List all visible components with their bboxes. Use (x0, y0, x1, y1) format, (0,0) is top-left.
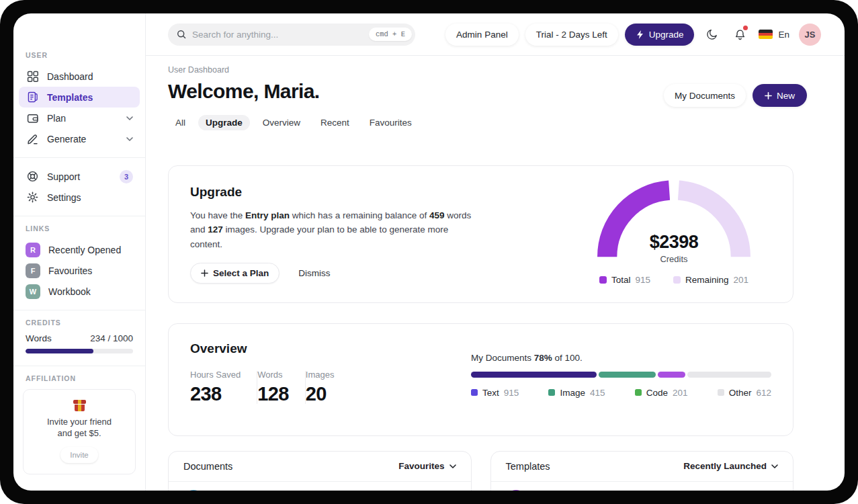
sidebar-link-recently-opened[interactable]: R Recently Opened (19, 239, 140, 260)
select-plan-button[interactable]: Select a Plan (190, 263, 280, 284)
legend-swatch (548, 389, 555, 396)
documents-filter-dropdown[interactable]: Favourites (398, 461, 456, 471)
sidebar-item-label: Templates (47, 92, 93, 103)
filter-tabs: All Upgrade Overview Recent Favourites (168, 115, 807, 130)
bar-segment-code (658, 372, 685, 378)
breadcrumb[interactable]: User Dashboard (168, 65, 807, 75)
tab-all[interactable]: All (168, 115, 193, 130)
chevron-down-icon (449, 464, 456, 468)
sidebar-item-label: Generate (47, 134, 86, 144)
dismiss-button[interactable]: Dismiss (298, 268, 330, 278)
sidebar-item-label: Support (47, 171, 80, 182)
upgrade-button[interactable]: Upgrade (625, 24, 695, 46)
language-selector[interactable]: En (759, 30, 789, 40)
documents-card: Documents Favourites Untitled Document i… (168, 451, 472, 491)
sidebar-link-workbook[interactable]: W Workbook (19, 281, 140, 302)
legend-item-total: Total 915 (599, 275, 650, 285)
sidebar-section-user: USER (26, 51, 145, 59)
main-content: User Dashboard Welcome, Maria. My Docume… (146, 56, 845, 491)
templates-card-title: Templates (506, 461, 550, 472)
template-list-item[interactable]: Blog Post Title in Workbook (491, 482, 793, 491)
template-avatar (506, 490, 526, 491)
chevron-down-icon (771, 464, 778, 468)
plus-icon (765, 92, 772, 99)
upgrade-card-body: You have the Entry plan which has a rema… (190, 208, 480, 251)
support-count-badge: 3 (120, 170, 133, 183)
sidebar-item-settings[interactable]: Settings (19, 187, 140, 208)
credits-words-value: 234 / 1000 (90, 333, 133, 343)
documents-card-title: Documents (183, 461, 232, 472)
overview-stats: Hours Saved 238 Words 128 Images 20 (190, 370, 440, 405)
document-icon (26, 91, 39, 104)
templates-filter-dropdown[interactable]: Recently Launched (683, 461, 778, 471)
legend-swatch (471, 389, 478, 396)
search-bar[interactable]: cmd + E (168, 24, 415, 46)
pencil-icon (26, 132, 39, 146)
legend-item-remaining: Remaining 201 (673, 275, 748, 285)
credits-progress-track (26, 349, 133, 353)
sidebar-item-dashboard[interactable]: Dashboard (19, 66, 140, 87)
sidebar-link-label: Recently Opened (48, 245, 121, 255)
lightning-bolt-icon (636, 30, 644, 40)
notification-dot (743, 26, 748, 30)
sidebar-item-label: Settings (47, 192, 81, 203)
stat-images: Images 20 (306, 370, 351, 405)
credits-words-label: Words (26, 333, 52, 343)
bar-segment-image (599, 372, 656, 378)
sidebar-link-label: Workbook (48, 286, 91, 297)
notifications-button[interactable] (729, 24, 750, 45)
credits-gauge: $2398 Credits Total 915 Remaining (597, 179, 751, 285)
legend-item-code: Code201 (635, 388, 688, 398)
overview-card-title: Overview (190, 341, 440, 356)
tab-recent[interactable]: Recent (313, 115, 357, 130)
favourites-initial-icon: F (26, 263, 40, 278)
tab-upgrade[interactable]: Upgrade (198, 115, 250, 130)
legend-swatch (673, 276, 681, 284)
search-input[interactable] (192, 30, 363, 40)
sidebar-divider (13, 310, 145, 310)
user-avatar[interactable]: JS (799, 24, 821, 46)
sidebar-link-favourites[interactable]: F Favourites (19, 260, 140, 281)
legend-item-text: Text915 (471, 388, 519, 398)
gauge-legend: Total 915 Remaining 201 (597, 275, 751, 285)
gear-icon (26, 191, 39, 204)
legend-swatch (718, 389, 724, 396)
documents-bar-legend: Text915 Image415 Code201 Other612 (471, 388, 771, 398)
tab-favourites[interactable]: Favourites (362, 115, 419, 130)
dark-mode-toggle[interactable] (701, 24, 722, 45)
sidebar-item-support[interactable]: Support 3 (19, 166, 140, 187)
search-icon (176, 29, 187, 40)
trial-status-button[interactable]: Trial - 2 Days Left (525, 24, 618, 46)
document-list-item[interactable]: Untitled Document in Workbook (169, 482, 471, 491)
invite-button[interactable]: Invite (60, 447, 98, 463)
legend-item-other: Other612 (718, 388, 771, 398)
sidebar-divider (13, 157, 145, 158)
tab-overview[interactable]: Overview (255, 115, 308, 130)
upgrade-card: Upgrade You have the Entry plan which ha… (168, 165, 793, 303)
stat-hours-saved: Hours Saved 238 (190, 370, 257, 405)
credits-progress-fill (26, 349, 93, 353)
affiliation-text-line2: and get $5. (29, 428, 130, 439)
sidebar-item-generate[interactable]: Generate (19, 128, 140, 149)
affiliation-text-line1: Invite your friend (29, 417, 130, 428)
sidebar-item-templates[interactable]: Templates (19, 87, 140, 108)
admin-panel-button[interactable]: Admin Panel (445, 24, 519, 46)
grid-icon (26, 70, 39, 83)
new-button[interactable]: New (753, 84, 807, 107)
overview-card: Overview Hours Saved 238 Words 128 (168, 323, 793, 436)
legend-swatch (599, 276, 607, 284)
recently-opened-initial-icon: R (26, 243, 40, 257)
search-shortcut-badge: cmd + E (369, 28, 412, 41)
chevron-down-icon (126, 116, 133, 120)
workbook-initial-icon: W (26, 284, 40, 299)
gauge-center-value: $2398 (597, 232, 751, 253)
lifebuoy-icon (26, 170, 39, 183)
my-documents-button[interactable]: My Documents (664, 84, 746, 107)
templates-card: Templates Recently Launched Blog Post Ti… (490, 451, 794, 491)
app-window: USER Dashboard Templates Plan (13, 13, 845, 491)
sidebar-section-links: LINKS (26, 224, 145, 233)
sidebar-item-plan[interactable]: Plan (19, 108, 140, 128)
chevron-down-icon (126, 137, 133, 141)
language-label: En (778, 30, 789, 40)
sidebar-item-label: Plan (47, 113, 66, 124)
